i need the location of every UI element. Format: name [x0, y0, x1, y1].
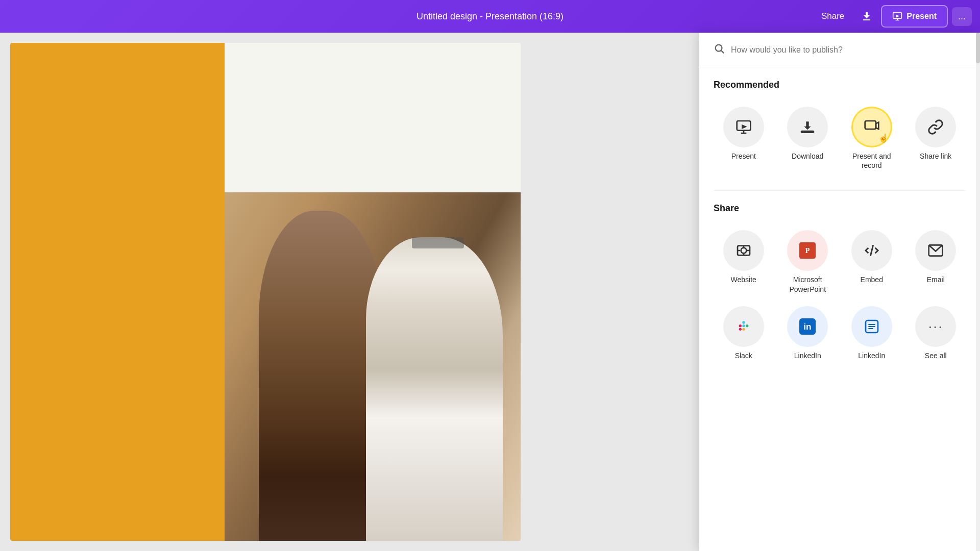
- more-options-button[interactable]: ...: [952, 7, 972, 26]
- share-section: Share Website P: [699, 191, 980, 364]
- present-button[interactable]: Present: [881, 5, 948, 28]
- website-option-label: Website: [731, 275, 756, 284]
- share-link-option-icon: [915, 107, 956, 147]
- embed-option-label: Embed: [861, 275, 883, 284]
- document-title: Untitled design - Presentation (16:9): [416, 11, 564, 22]
- embed-option[interactable]: Embed: [842, 226, 902, 297]
- svg-rect-18: [746, 324, 748, 327]
- svg-marker-5: [742, 124, 747, 129]
- website-option[interactable]: Website: [714, 226, 774, 297]
- see-all-option[interactable]: ··· See all: [906, 302, 966, 364]
- linkedin-news-option-icon: [851, 306, 892, 347]
- email-option[interactable]: Email: [906, 226, 966, 297]
- present-record-option[interactable]: ☝ Present and record: [842, 103, 902, 174]
- svg-rect-15: [739, 328, 741, 330]
- recommended-section: Recommended Present: [699, 67, 980, 174]
- linkedin-option-label: LinkedIn: [794, 351, 821, 360]
- header: Untitled design - Presentation (16:9) Sh…: [0, 0, 980, 33]
- linkedin-news-option-label: LinkedIn: [858, 351, 885, 360]
- svg-rect-7: [865, 121, 875, 129]
- svg-rect-14: [739, 324, 741, 327]
- search-icon: [714, 43, 725, 57]
- svg-line-12: [870, 245, 873, 256]
- slide-preview: [10, 43, 521, 541]
- svg-rect-16: [742, 321, 745, 323]
- see-all-option-icon: ···: [915, 306, 956, 347]
- present-label: Present: [906, 12, 937, 21]
- slack-option-icon: [723, 306, 764, 347]
- present-option[interactable]: Present: [714, 103, 774, 174]
- email-option-label: Email: [927, 275, 945, 284]
- download-option-label: Download: [792, 152, 823, 161]
- download-option-icon: [787, 107, 828, 147]
- svg-line-3: [721, 51, 724, 53]
- embed-option-icon: [851, 230, 892, 271]
- linkedin-option-icon: in: [787, 306, 828, 347]
- svg-rect-6: [801, 131, 814, 133]
- svg-text:P: P: [805, 247, 810, 255]
- slide-content-panel: [225, 43, 521, 541]
- powerpoint-option-icon: P: [787, 230, 828, 271]
- download-option[interactable]: Download: [778, 103, 838, 174]
- present-record-option-icon: ☝: [851, 107, 892, 147]
- search-bar: [699, 33, 980, 67]
- slack-option-label: Slack: [735, 351, 752, 360]
- publish-dropdown-panel: Recommended Present: [699, 33, 980, 551]
- svg-text:in: in: [804, 321, 812, 332]
- website-option-icon: [723, 230, 764, 271]
- present-record-option-label: Present and record: [846, 152, 898, 170]
- download-icon: [861, 10, 873, 22]
- present-icon: [892, 11, 902, 21]
- svg-marker-1: [896, 15, 900, 18]
- email-option-icon: [915, 230, 956, 271]
- see-all-option-label: See all: [925, 351, 947, 360]
- svg-rect-17: [742, 324, 745, 327]
- present-option-icon: [723, 107, 764, 147]
- linkedin-news-option[interactable]: LinkedIn: [842, 302, 902, 364]
- recommended-grid: Present Download: [714, 103, 966, 174]
- recommended-title: Recommended: [714, 80, 966, 90]
- panel-scrollbar-thumb[interactable]: [976, 33, 980, 63]
- share-link-option[interactable]: Share link: [906, 103, 966, 174]
- linkedin-option[interactable]: in LinkedIn: [778, 302, 838, 364]
- share-section-title: Share: [714, 203, 966, 214]
- present-option-label: Present: [731, 152, 756, 161]
- header-actions: Share Present ...: [813, 5, 972, 28]
- search-input[interactable]: [731, 45, 966, 55]
- powerpoint-option[interactable]: P Microsoft PowerPoint: [778, 226, 838, 297]
- share-button[interactable]: Share: [813, 7, 852, 26]
- panel-scrollbar[interactable]: [976, 33, 980, 551]
- slack-option[interactable]: Slack: [714, 302, 774, 364]
- slide-photo: [225, 192, 521, 541]
- svg-point-9: [741, 248, 746, 254]
- cursor-hand-icon: ☝: [878, 133, 889, 143]
- share-grid: Website P Microsoft PowerPoint: [714, 226, 966, 364]
- svg-point-2: [716, 45, 722, 52]
- share-link-option-label: Share link: [920, 152, 951, 161]
- slide-gold-panel: [10, 43, 225, 541]
- download-icon-button[interactable]: [856, 6, 877, 27]
- powerpoint-option-label: Microsoft PowerPoint: [782, 275, 834, 293]
- svg-rect-19: [742, 328, 745, 330]
